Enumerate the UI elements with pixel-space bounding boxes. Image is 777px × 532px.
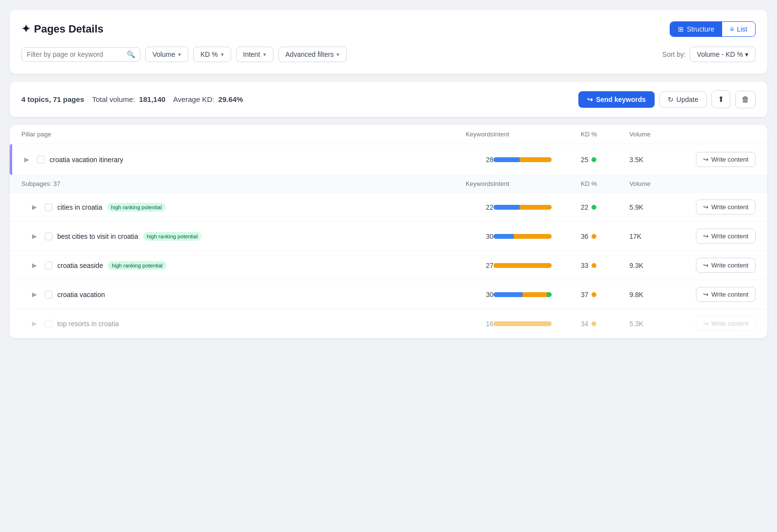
kd-dot (591, 263, 596, 268)
expand-button[interactable]: ▶ (29, 318, 40, 329)
kd-value: 22 (581, 203, 589, 211)
view-toggle: ⊞ Structure ≡ List (670, 21, 756, 37)
pillar-bar-indicator (10, 144, 12, 175)
write-icon: ↪ (703, 203, 709, 211)
subpages-container: ▶ cities in croatia high ranking potenti… (10, 193, 767, 338)
summary-actions: ↪ Send keywords ↻ Update ⬆ 🗑 (578, 90, 756, 108)
send-icon: ↪ (587, 96, 593, 103)
search-input[interactable] (27, 50, 124, 58)
delete-button[interactable]: 🗑 (735, 91, 756, 108)
subpage-row-left: ▶ cities in croatia high ranking potenti… (29, 202, 435, 213)
subpage-label: best cities to visit in croatia (57, 233, 138, 240)
volume-cell: 9.3K (629, 262, 678, 269)
volume-cell: 5.9K (629, 203, 678, 211)
upload-icon: ⬆ (718, 95, 724, 103)
sort-select-button[interactable]: Volume - KD % ▾ (690, 47, 756, 62)
keyword-count: 16 (435, 320, 493, 328)
search-box[interactable]: 🔍 (21, 47, 140, 62)
write-icon: ↪ (703, 262, 709, 269)
high-ranking-badge: high ranking potential (143, 232, 202, 241)
kd-filter-button[interactable]: KD % ▾ (193, 47, 231, 62)
kd-value: 34 (581, 320, 589, 328)
subpage-label: croatia vacation (57, 291, 105, 299)
intent-bar (493, 234, 581, 239)
expand-button[interactable]: ▶ (21, 154, 32, 165)
refresh-icon: ↻ (668, 96, 674, 103)
keyword-count: 22 (435, 203, 493, 211)
volume-filter-button[interactable]: Volume ▾ (145, 47, 188, 62)
kd-dot (591, 205, 596, 210)
kd-cell: 33 (581, 262, 629, 269)
send-keywords-button[interactable]: ↪ Send keywords (578, 91, 655, 108)
list-view-button[interactable]: ≡ List (722, 22, 755, 36)
checkbox[interactable] (45, 291, 52, 299)
checkbox[interactable] (45, 320, 52, 328)
page-title: ✦ Pages Details (21, 23, 103, 35)
expand-button[interactable]: ▶ (29, 202, 40, 213)
kd-dot (591, 234, 596, 239)
intent-bar-pillar (493, 157, 581, 162)
kd-value: 36 (581, 233, 589, 240)
write-content-button[interactable]: ↪ Write content (696, 316, 756, 331)
chevron-down-icon: ▾ (263, 51, 266, 58)
write-content-button[interactable]: ↪ Write content (696, 258, 756, 273)
pillar-row: ▶ croatia vacation itinerary 28 25 3.5K … (10, 144, 767, 175)
filter-row: 🔍 Volume ▾ KD % ▾ Intent ▾ Advanced filt… (21, 47, 756, 62)
advanced-filters-button[interactable]: Advanced filters ▾ (278, 47, 347, 62)
kd-cell: 22 (581, 203, 629, 211)
high-ranking-badge: high ranking potential (108, 261, 167, 270)
kd-cell-pillar: 25 (581, 156, 629, 164)
subpage-label: croatia seaside (57, 262, 103, 269)
summary-card: 4 topics, 71 pages Total volume: 181,140… (10, 82, 767, 117)
keyword-count: 30 (435, 291, 493, 299)
subpage-label: top resorts in croatia (57, 320, 119, 328)
checkbox[interactable] (37, 156, 45, 164)
upload-button[interactable]: ⬆ (711, 90, 730, 108)
checkbox[interactable] (45, 262, 52, 269)
keyword-count: 30 (435, 233, 493, 240)
write-content-button[interactable]: ↪ Write content (696, 152, 756, 167)
intent-filter-button[interactable]: Intent ▾ (236, 47, 273, 62)
summary-text: 4 topics, 71 pages Total volume: 181,140… (21, 95, 243, 103)
search-icon: 🔍 (127, 50, 135, 58)
subpage-label: cities in croatia (57, 203, 102, 211)
kd-value: 33 (581, 262, 589, 269)
intent-bar (493, 205, 581, 210)
kd-dot (591, 321, 596, 326)
write-content-button[interactable]: ↪ Write content (696, 229, 756, 244)
kd-cell: 37 (581, 291, 629, 299)
write-icon: ↪ (703, 233, 709, 240)
intent-bar (493, 263, 581, 268)
volume-cell: 9.8K (629, 291, 678, 299)
high-ranking-badge: high ranking potential (107, 203, 166, 212)
expand-button[interactable]: ▶ (29, 289, 40, 300)
structure-view-button[interactable]: ⊞ Structure (670, 22, 722, 36)
list-icon: ≡ (730, 25, 734, 33)
expand-button[interactable]: ▶ (29, 260, 40, 271)
checkbox[interactable] (45, 233, 52, 240)
subpage-row-left: ▶ top resorts in croatia (29, 318, 435, 329)
subpages-header: Subpages: 37 Keywords Intent KD % Volume (10, 175, 767, 193)
structure-icon: ⊞ (678, 25, 684, 33)
kd-dot (591, 292, 596, 297)
write-icon: ↪ (703, 291, 709, 298)
checkbox[interactable] (45, 203, 52, 211)
keyword-count: 27 (435, 262, 493, 269)
sort-section: Sort by: Volume - KD % ▾ (662, 47, 756, 62)
table-row: ▶ cities in croatia high ranking potenti… (10, 193, 767, 222)
kd-cell: 34 (581, 320, 629, 328)
write-icon: ↪ (703, 156, 709, 163)
chevron-down-icon: ▾ (221, 51, 224, 58)
subpage-row-left: ▶ best cities to visit in croatia high r… (29, 231, 435, 242)
volume-cell: 5.3K (629, 320, 678, 328)
spark-icon: ✦ (21, 23, 30, 35)
kd-dot (591, 157, 596, 162)
intent-bar (493, 321, 581, 326)
update-button[interactable]: ↻ Update (659, 91, 707, 108)
subpage-row-left: ▶ croatia seaside high ranking potential (29, 260, 435, 271)
expand-button[interactable]: ▶ (29, 231, 40, 242)
write-content-button[interactable]: ↪ Write content (696, 200, 756, 215)
table-card: Pillar page Keywords Intent KD % Volume … (10, 125, 767, 338)
intent-bar (493, 292, 581, 297)
write-content-button[interactable]: ↪ Write content (696, 287, 756, 302)
